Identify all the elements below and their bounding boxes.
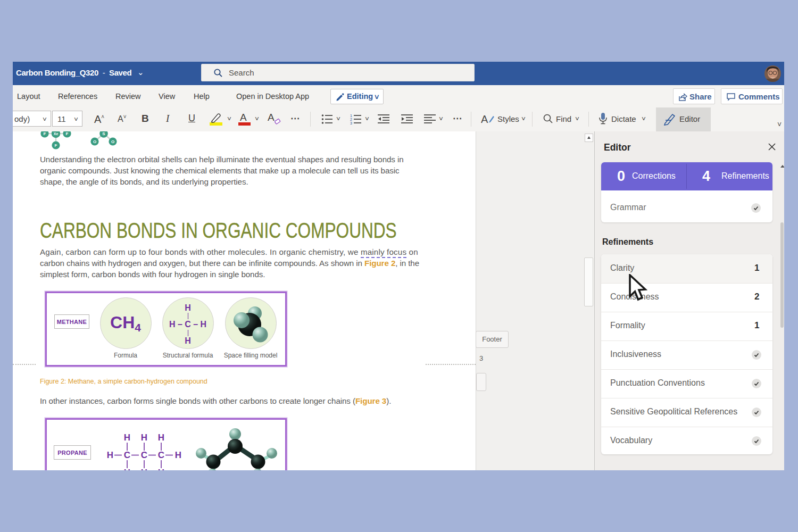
svg-text:H: H — [107, 450, 113, 460]
svg-text:C: C — [158, 450, 164, 460]
svg-text:H: H — [175, 450, 181, 460]
svg-text:C: C — [141, 450, 147, 460]
svg-text:F: F — [44, 131, 46, 136]
svg-text:O: O — [111, 139, 114, 144]
svg-text:S: S — [102, 131, 105, 136]
svg-text:H: H — [124, 433, 130, 443]
svg-text:3: 3 — [350, 121, 352, 124]
svg-text:1: 1 — [350, 114, 352, 118]
svg-text:F: F — [66, 131, 69, 136]
svg-text:C: C — [124, 450, 130, 460]
svg-text:H: H — [141, 433, 147, 443]
svg-text:O: O — [93, 139, 96, 144]
svg-text:Xe: Xe — [54, 132, 59, 136]
svg-text:H: H — [158, 433, 164, 443]
svg-text:F: F — [55, 143, 57, 148]
svg-text:A: A — [481, 113, 488, 125]
svg-text:2: 2 — [350, 118, 352, 121]
